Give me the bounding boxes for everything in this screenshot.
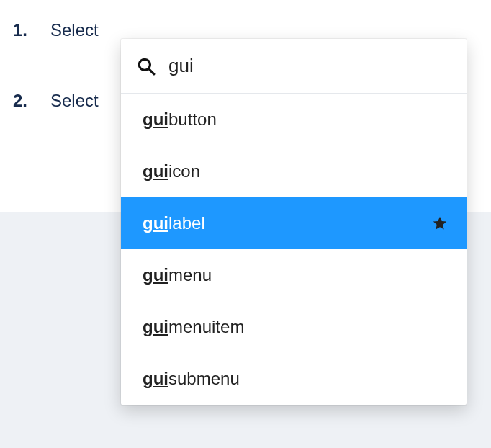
list-item-number: 2. xyxy=(0,91,50,111)
list-item-text: Select xyxy=(50,20,99,40)
autocomplete-dropdown: guibuttonguiiconguilabelguimenuguimenuit… xyxy=(121,39,467,405)
result-item-label: guilabel xyxy=(143,213,205,233)
result-item[interactable]: guisubmenu xyxy=(121,353,467,405)
result-item[interactable]: guimenuitem xyxy=(121,301,467,353)
svg-marker-2 xyxy=(433,217,446,230)
search-row xyxy=(121,39,467,94)
result-item-label: guibutton xyxy=(143,109,217,130)
result-item-label: guimenuitem xyxy=(143,317,244,337)
result-item-label: guiicon xyxy=(143,161,200,182)
list-item-number: 1. xyxy=(0,20,50,40)
list-item-text: Select xyxy=(50,91,99,111)
list-item: 1. Select xyxy=(0,20,491,40)
search-input[interactable] xyxy=(168,55,449,77)
search-icon xyxy=(137,57,156,76)
result-item-label: guisubmenu xyxy=(143,369,240,389)
results-list[interactable]: guibuttonguiiconguilabelguimenuguimenuit… xyxy=(121,94,467,405)
result-item[interactable]: guiicon xyxy=(121,145,467,197)
result-item[interactable]: guilabel xyxy=(121,197,467,249)
result-item[interactable]: guimenu xyxy=(121,249,467,301)
result-item-label: guimenu xyxy=(143,265,212,285)
svg-line-1 xyxy=(148,68,153,73)
result-item[interactable]: guibutton xyxy=(121,94,467,145)
star-icon xyxy=(432,215,448,231)
